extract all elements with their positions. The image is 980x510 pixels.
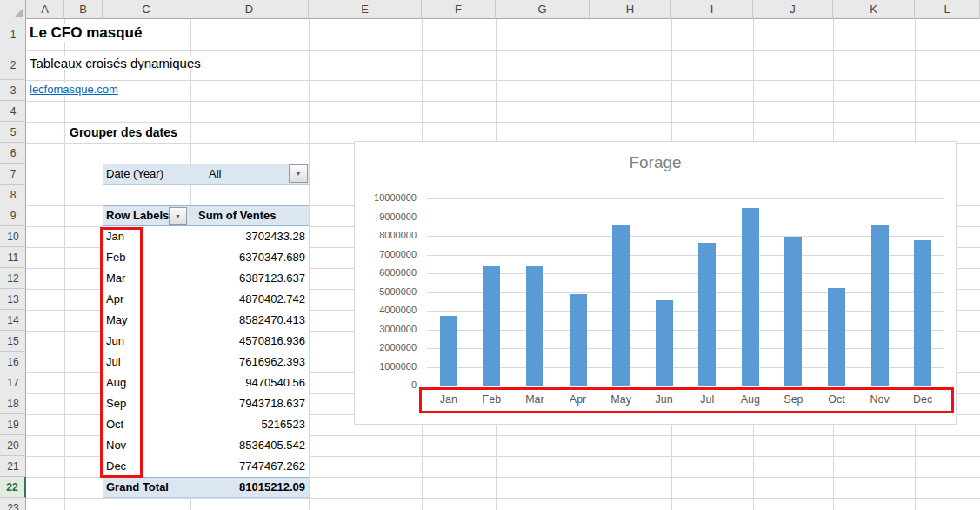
gridline [26, 80, 980, 81]
section-heading[interactable]: Grouper des dates [70, 125, 177, 139]
row-header-19[interactable]: 19 [0, 414, 26, 435]
row-header-6[interactable]: 6 [0, 143, 26, 164]
row-header-3[interactable]: 3 [0, 80, 26, 101]
column-header-L[interactable]: L [915, 0, 980, 19]
pivot-row-value[interactable]: 5216523 [261, 418, 305, 431]
chart-bar-Oct [828, 288, 845, 386]
y-axis-tick-label: 1000000 [355, 361, 417, 372]
chart-gridline [427, 292, 944, 293]
chart-gridline [427, 218, 944, 218]
column-header-K[interactable]: K [833, 0, 915, 19]
chart-x-axis-line [427, 386, 944, 386]
row-header-5[interactable]: 5 [0, 122, 26, 143]
pivot-values-header[interactable]: Sum of Ventes [198, 209, 277, 222]
chart-gridline [427, 236, 944, 237]
row-labels-filter-button[interactable]: ▼ [169, 207, 187, 225]
filter-dropdown-button[interactable]: ▼ [289, 164, 308, 183]
chart-gridline [427, 348, 944, 349]
row-header-22[interactable]: 22 [0, 477, 26, 498]
column-header-A[interactable]: A [26, 0, 64, 19]
gridline [26, 498, 980, 499]
y-axis-tick-label: 10000000 [355, 192, 417, 203]
column-header-H[interactable]: H [590, 0, 671, 19]
filter-selected-value[interactable]: All [209, 167, 221, 180]
pivot-header-row: Row Labels ▼ Sum of Ventes [103, 205, 309, 226]
row-header-10[interactable]: 10 [0, 226, 26, 247]
grand-total-label[interactable]: Grand Total [106, 480, 169, 493]
y-axis-tick-label: 9000000 [355, 211, 417, 222]
column-header-J[interactable]: J [753, 0, 833, 19]
column-header-G[interactable]: G [496, 0, 590, 19]
pivot-row-value[interactable]: 8582470.413 [239, 313, 305, 326]
y-axis-tick-label: 3000000 [355, 324, 417, 334]
gridline [309, 19, 310, 510]
hyperlink-lecfomasque[interactable]: lecfomasque.com [30, 83, 118, 96]
column-header-B[interactable]: B [64, 0, 103, 19]
excel-worksheet: ABCDEFGHIJKL 123456789101112131415161718… [0, 0, 980, 510]
row-header-20[interactable]: 20 [0, 435, 26, 456]
pivot-row-labels-header[interactable]: Row Labels [106, 209, 169, 222]
pivot-row-value[interactable]: 6387123.637 [239, 272, 305, 285]
pivot-row-value[interactable]: 4870402.742 [239, 292, 305, 305]
pivot-row-value[interactable]: 3702433.28 [245, 230, 305, 243]
column-header-D[interactable]: D [190, 0, 309, 19]
annotation-rectangle-pivot-months [100, 227, 143, 478]
bar-chart-forage[interactable]: Forage 010000002000000300000040000005000… [354, 141, 957, 425]
cell-title[interactable]: Le CFO masqué [30, 24, 142, 42]
row-header-12[interactable]: 12 [0, 268, 26, 289]
chevron-down-icon: ▼ [175, 213, 181, 219]
chart-gridline [427, 255, 944, 256]
chart-bar-Aug [742, 208, 759, 386]
row-header-11[interactable]: 11 [0, 247, 26, 268]
row-header-17[interactable]: 17 [0, 372, 26, 393]
column-header-C[interactable]: C [103, 0, 190, 19]
gridline [26, 101, 980, 102]
row-header-1[interactable]: 1 [0, 19, 26, 50]
pivot-row-value[interactable]: 7943718.637 [239, 397, 305, 410]
row-header-9[interactable]: 9 [0, 205, 26, 226]
pivot-row-value[interactable]: 7747467.262 [239, 460, 305, 473]
chevron-down-icon: ▼ [296, 171, 302, 177]
row-header-16[interactable]: 16 [0, 352, 26, 372]
row-header-2[interactable]: 2 [0, 50, 26, 80]
pivot-grand-total-row: Grand Total 81015212.09 [103, 477, 309, 498]
row-header-18[interactable]: 18 [0, 393, 26, 414]
cell-subtitle[interactable]: Tableaux croisés dynamiques [30, 56, 201, 70]
filter-field-label[interactable]: Date (Year) [106, 167, 163, 180]
pivot-row-value[interactable]: 4570816.936 [239, 334, 305, 347]
row-header-13[interactable]: 13 [0, 289, 26, 310]
gridline [26, 50, 980, 51]
y-axis-tick-label: 2000000 [355, 342, 417, 352]
chart-gridline [427, 311, 944, 312]
column-header-E[interactable]: E [309, 0, 422, 19]
pivot-row-value[interactable]: 9470540.56 [245, 376, 305, 389]
pivot-row-value[interactable]: 6370347.689 [239, 251, 305, 264]
column-header-F[interactable]: F [422, 0, 496, 19]
pivot-filter-row: Date (Year) All ▼ [103, 164, 309, 185]
column-header-strip: ABCDEFGHIJKL [0, 0, 980, 19]
pivot-row-value[interactable]: 8536405.542 [239, 439, 305, 452]
chart-gridline [427, 198, 944, 199]
chart-bar-Nov [871, 225, 889, 386]
row-header-15[interactable]: 15 [0, 331, 26, 352]
row-header-23[interactable]: 23 [0, 498, 26, 510]
y-axis-tick-label: 7000000 [355, 249, 417, 259]
chart-gridline [427, 367, 944, 368]
chart-gridline [427, 273, 944, 274]
row-header-21[interactable]: 21 [0, 456, 26, 477]
chart-title: Forage [355, 153, 956, 172]
y-axis-tick-label: 8000000 [355, 230, 417, 240]
row-header-4[interactable]: 4 [0, 101, 26, 122]
chart-bar-Jun [656, 300, 673, 386]
row-header-7[interactable]: 7 [0, 164, 26, 185]
row-header-8[interactable]: 8 [0, 185, 26, 205]
pivot-row-value[interactable]: 7616962.393 [239, 355, 305, 368]
row-header-14[interactable]: 14 [0, 310, 26, 331]
annotation-rectangle-chart-months [419, 387, 954, 413]
chart-bar-Jan [440, 316, 457, 386]
select-all-button[interactable] [0, 0, 26, 19]
chart-bar-Feb [483, 266, 500, 386]
chart-bar-Apr [570, 294, 587, 386]
grand-total-value[interactable]: 81015212.09 [239, 480, 305, 493]
column-header-I[interactable]: I [671, 0, 753, 19]
